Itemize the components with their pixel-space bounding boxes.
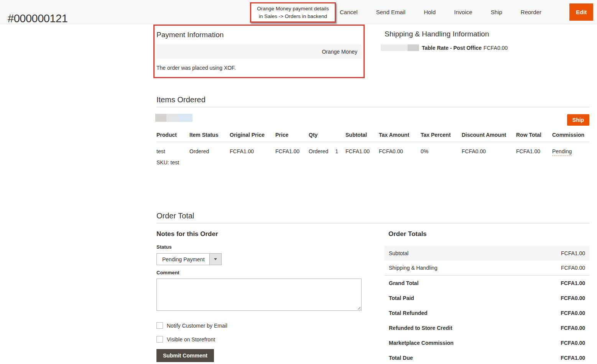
totals-label: Marketplace Commission xyxy=(389,340,454,346)
totals-label: Subtotal xyxy=(389,250,408,256)
totals-row-grand-total: Grand Total FCFA1.00 xyxy=(385,275,589,290)
totals-row-total-paid: Total Paid FCFA0.00 xyxy=(385,290,589,305)
status-select-arrow[interactable] xyxy=(209,254,221,265)
column-header-subtotal: Subtotal xyxy=(345,132,379,138)
order-page-header: #000000121 Orange Money payment details … xyxy=(0,0,597,24)
column-header-original-price: Original Price xyxy=(230,132,275,138)
order-totals-table: Subtotal FCFA1.00 Shipping & Handling FC… xyxy=(385,246,589,364)
order-totals-title: Order Totals xyxy=(385,230,589,238)
cell-tax-amount: FCFA0.00 xyxy=(379,148,421,154)
payment-method-bar: Orange Money xyxy=(156,44,362,59)
cell-tax-percent: 0% xyxy=(421,148,462,154)
cell-product: test SKU: test xyxy=(156,148,189,166)
product-sku: SKU: test xyxy=(156,159,189,166)
cell-price: FCFA1.00 xyxy=(275,148,309,154)
totals-value: FCFA0.00 xyxy=(561,265,585,271)
redacted-block xyxy=(166,114,179,122)
totals-row-shipping: Shipping & Handling FCFA0.00 xyxy=(385,261,589,275)
ship-items-button[interactable]: Ship xyxy=(567,114,589,126)
items-ordered-title: Items Ordered xyxy=(156,95,206,104)
payment-method-value: Orange Money xyxy=(322,49,357,55)
payment-currency-note: The order was placed using XOF. xyxy=(156,65,362,71)
totals-row-subtotal: Subtotal FCFA1.00 xyxy=(385,246,589,261)
totals-value: FCFA0.00 xyxy=(561,340,585,346)
notify-customer-row: Notify Customer by Email xyxy=(156,322,362,329)
invoice-button[interactable]: Invoice xyxy=(454,9,472,15)
order-total-title: Order Total xyxy=(156,212,194,220)
totals-label: Refunded to Store Credit xyxy=(389,325,452,331)
cell-subtotal: FCFA1.00 xyxy=(345,148,379,154)
shipping-amount: FCFA0.00 xyxy=(484,45,508,51)
notes-title: Notes for this Order xyxy=(156,230,362,238)
column-header-qty: Qty xyxy=(309,132,345,138)
redacted-block xyxy=(179,114,192,122)
totals-label: Total Due xyxy=(389,355,413,361)
shipping-information-title: Shipping & Handling Information xyxy=(385,30,592,38)
send-email-button[interactable]: Send Email xyxy=(376,9,406,15)
visible-storefront-label: Visible on Storefront xyxy=(167,336,215,343)
commission-pending-link[interactable]: Pending xyxy=(552,148,572,156)
redacted-shipping-text xyxy=(381,44,419,51)
reorder-button[interactable]: Reorder xyxy=(521,9,541,15)
totals-label: Total Refunded xyxy=(389,310,428,316)
order-total-divider xyxy=(156,223,589,223)
column-header-tax-amount: Tax Amount xyxy=(379,132,421,138)
column-header-commission: Commission xyxy=(552,132,589,138)
redacted-items-toolbar xyxy=(155,114,192,122)
notify-customer-label: Notify Customer by Email xyxy=(167,323,227,329)
column-header-price: Price xyxy=(275,132,309,138)
totals-value: FCFA0.00 xyxy=(561,310,585,316)
submit-comment-button[interactable]: Submit Comment xyxy=(156,349,214,362)
notes-for-order-section: Notes for this Order Status Pending Paym… xyxy=(156,230,362,362)
payment-information-highlight-box: Payment Information Orange Money The ord… xyxy=(153,25,365,78)
column-header-row-total: Row Total xyxy=(516,132,552,138)
qty-value: 1 xyxy=(335,148,338,154)
annotation-line-2: in Sales -> Orders in backend xyxy=(253,13,333,20)
cell-qty: Ordered 1 xyxy=(309,148,345,154)
cancel-button[interactable]: Cancel xyxy=(340,9,358,15)
comment-label: Comment xyxy=(156,270,362,275)
visible-storefront-checkbox[interactable] xyxy=(156,336,163,343)
shipping-information-section: Shipping & Handling Information Table Ra… xyxy=(385,30,592,51)
cell-commission: Pending xyxy=(552,148,589,156)
items-table-row: test SKU: test Ordered FCFA1.00 FCFA1.00… xyxy=(156,142,589,166)
shipping-method-row: Table Rate - Post Office FCFA0.00 xyxy=(381,44,592,51)
comment-textarea[interactable] xyxy=(156,279,362,311)
qty-status: Ordered xyxy=(309,148,328,154)
totals-row-refunded-store-credit: Refunded to Store Credit FCFA0.00 xyxy=(385,320,589,335)
column-header-item-status: Item Status xyxy=(189,132,230,138)
comment-textarea-wrap xyxy=(156,279,362,311)
hold-button[interactable]: Hold xyxy=(424,9,436,15)
items-divider xyxy=(156,107,589,107)
edit-button[interactable]: Edit xyxy=(569,3,593,21)
totals-row-marketplace-commission: Marketplace Commission FCFA0.00 xyxy=(385,335,589,350)
annotation-callout: Orange Money payment details in Sales ->… xyxy=(250,2,336,23)
totals-value: FCFA1.00 xyxy=(561,355,585,361)
payment-information-title: Payment Information xyxy=(156,31,362,39)
ship-button[interactable]: Ship xyxy=(491,9,502,15)
totals-row-total-refunded: Total Refunded FCFA0.00 xyxy=(385,305,589,320)
totals-value: FCFA0.00 xyxy=(561,325,585,331)
visible-storefront-row: Visible on Storefront xyxy=(156,336,362,343)
column-header-product: Product xyxy=(156,132,189,138)
totals-value: FCFA0.00 xyxy=(561,295,585,301)
redacted-block xyxy=(155,114,166,122)
totals-row-total-due: Total Due FCFA1.00 xyxy=(385,350,589,364)
product-name: test xyxy=(156,148,189,154)
items-ordered-table: Product Item Status Original Price Price… xyxy=(156,132,589,166)
annotation-line-1: Orange Money payment details xyxy=(253,5,333,13)
order-actions: Cancel Send Email Hold Invoice Ship Reor… xyxy=(340,0,541,24)
totals-label: Shipping & Handling xyxy=(389,265,437,271)
items-table-header-row: Product Item Status Original Price Price… xyxy=(156,132,589,142)
shipping-method-value: Table Rate - Post Office xyxy=(422,45,482,51)
cell-discount-amount: FCFA0.00 xyxy=(462,148,516,154)
cell-row-total: FCFA1.00 xyxy=(516,148,552,154)
order-totals-section: Order Totals Subtotal FCFA1.00 Shipping … xyxy=(385,230,589,364)
column-header-discount-amount: Discount Amount xyxy=(462,132,516,138)
notify-customer-checkbox[interactable] xyxy=(156,322,163,329)
chevron-down-icon xyxy=(214,258,217,260)
column-header-tax-percent: Tax Percent xyxy=(421,132,462,138)
status-select[interactable]: Pending Payment xyxy=(156,253,222,265)
totals-value: FCFA1.00 xyxy=(561,250,585,256)
status-select-value: Pending Payment xyxy=(157,254,209,265)
